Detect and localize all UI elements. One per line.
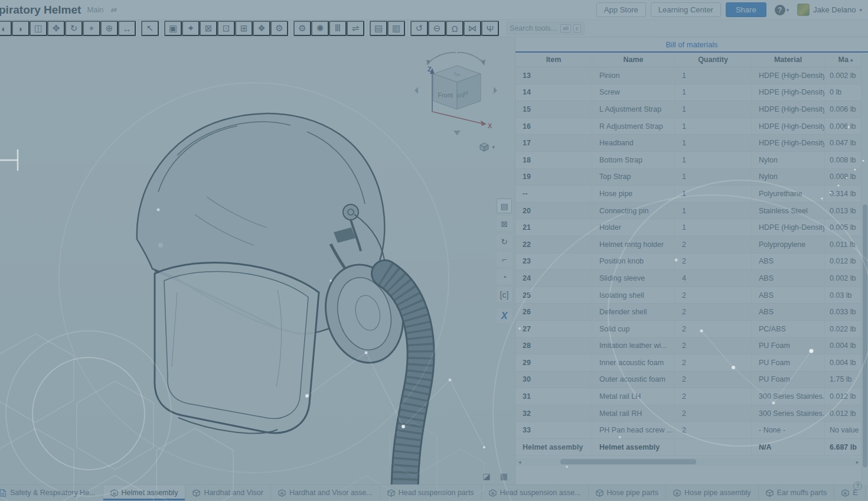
pattern-icon[interactable]: ⊠ (200, 21, 217, 36)
bom-table-row[interactable]: 18Bottom Strap1Nylon0.008 lb (515, 152, 862, 169)
replicate-icon[interactable]: ⊡ (217, 21, 235, 36)
bom-horizontal-scrollbar[interactable]: ◂ ▸ (515, 458, 862, 466)
appearance-sphere-icon[interactable]: ◔ (497, 269, 512, 284)
bom-table-icon[interactable]: ▤ (497, 199, 512, 213)
share-button[interactable]: Share (726, 2, 766, 17)
display-states-icon[interactable]: ▤ (370, 21, 387, 36)
plane-icon[interactable]: ⊖ (428, 21, 446, 36)
clipped-tool-icon[interactable]: ◖ (0, 21, 12, 36)
snap-mode-icon[interactable]: ⌖ (83, 21, 100, 36)
mate-connector-icon[interactable]: ↖ (141, 21, 159, 36)
scroll-left-icon[interactable]: ◂ (515, 459, 524, 465)
cube-front-label[interactable]: Front (438, 92, 453, 99)
help-icon[interactable]: ? (775, 5, 785, 15)
rack-relation-icon[interactable]: Ⅲ (329, 21, 347, 36)
bom-table-row[interactable]: 16R Adjustment Strap1HDPE (High-Density.… (515, 118, 862, 135)
wire-icon[interactable]: Ψ (481, 21, 499, 36)
tab-helmet-assembly[interactable]: Helmet assembly (103, 485, 186, 500)
named-positions-icon[interactable]: ↻ (497, 234, 512, 249)
exploded-view-icon[interactable]: ⊠ (497, 216, 512, 231)
part-dock-icon[interactable]: ⌐ (497, 252, 512, 266)
mate-icon[interactable]: ◫ (30, 21, 47, 36)
help-menu[interactable]: ? ▾ (775, 5, 789, 15)
user-menu[interactable]: Jake Delano ▾ (797, 4, 862, 16)
scrollbar-thumb[interactable] (863, 204, 867, 467)
bom-name-cell: L Adjustment Strap (592, 101, 675, 118)
bom-item-cell: 33 (515, 422, 592, 438)
bom-footer-row[interactable]: Helmet assemblyHelmet assemblyN/A6.687 l… (515, 439, 862, 456)
3d-viewport[interactable]: Z X Front Top Right ▾ ▤⊠↻⌐◔ (0, 37, 515, 484)
tab-hose-pipe-parts[interactable]: Hose pipe parts (589, 485, 667, 500)
move-part-icon[interactable]: ✥ (47, 21, 65, 36)
bom-table-row[interactable]: 20Connecting pin1Stainless Steel0.013 lb (515, 203, 862, 220)
named-views-icon[interactable]: ▥ (387, 21, 405, 36)
isolate-icon[interactable]: ▦ (500, 471, 508, 481)
link-icon[interactable] (110, 6, 118, 14)
bom-mass-cell: 0.012 lb (825, 388, 862, 405)
bom-table-row[interactable]: 15L Adjustment Strap1HDPE (High-Density.… (515, 101, 862, 118)
learning-center-button[interactable]: Learning Center (651, 2, 721, 17)
search-tools-input[interactable] (510, 24, 558, 32)
bom-panel-title[interactable]: Bill of materials (515, 37, 868, 53)
workspace-label[interactable]: Main (87, 5, 103, 14)
tab-safety-respiratory-he[interactable]: Safety & Respiratory He... (0, 485, 103, 500)
tab-head-suspension-asse[interactable]: Head suspension asse... (482, 485, 589, 500)
bom-column-header[interactable]: Name (592, 53, 675, 67)
bom-column-header[interactable]: Material (752, 53, 825, 67)
view-cube[interactable]: Z X Front Top Right (415, 48, 497, 136)
tab-head-suspension-parts[interactable]: Head suspension parts (380, 485, 482, 500)
bom-table-row[interactable]: 14Screw1HDPE (High-Density...0 lb (515, 84, 862, 102)
bom-table-row[interactable]: 33PH Pan head screw ...2- None -No value (515, 422, 862, 439)
fastened-mate-icon[interactable]: ⊕ (100, 21, 118, 36)
bom-table-row[interactable]: 23Position knob2ABS0.012 lb (515, 253, 862, 271)
scroll-right-icon[interactable]: ▸ (853, 459, 862, 465)
linear-pattern-icon[interactable]: ⊞ (235, 21, 253, 36)
screw-relation-icon[interactable]: ✺ (311, 21, 329, 36)
bom-name-cell: Headband (592, 135, 675, 151)
section-view-icon[interactable]: ◪ (483, 471, 491, 481)
circular-pattern-icon[interactable]: ❖ (253, 21, 270, 36)
bom-table-row[interactable]: 30Outer acoustic foam2PU Foam1.75 lb (515, 372, 862, 389)
belt-relation-icon[interactable]: ⇌ (347, 21, 364, 36)
view-options-menu[interactable]: ▾ (479, 142, 495, 152)
bom-column-header[interactable]: Ma▴ (825, 53, 862, 67)
revolute-mate-icon[interactable]: ↔ (118, 21, 136, 36)
app-store-button[interactable]: App Store (596, 2, 646, 17)
bom-column-header[interactable]: Item (515, 53, 592, 67)
tab-ear-muffs-parts[interactable]: Ear muffs parts (759, 485, 835, 500)
x-app-icon[interactable]: X (497, 308, 512, 323)
sketch-icon[interactable]: ↺ (410, 21, 428, 36)
group-icon[interactable]: ▣ (164, 21, 182, 36)
bom-table-row[interactable]: 27Solid cup2PC/ABS0.022 lb (515, 321, 862, 338)
bom-table-row[interactable]: --Hose pipe1Polyurethane0.314 lb (515, 186, 862, 203)
relation-icon[interactable]: ⚙ (270, 21, 288, 36)
scrollbar-thumb[interactable] (560, 459, 696, 464)
bom-table-row[interactable]: 26Defender shell2ABS0.033 lb (515, 304, 862, 321)
gear-relation-icon[interactable]: ⚙ (293, 21, 311, 36)
bom-table-row[interactable]: 13Pinion1HDPE (High-Density...0.002 lb (515, 67, 862, 84)
bom-table-row[interactable]: 21Holder1HDPE (High-Density...0.005 lb (515, 219, 862, 236)
rotate-part-icon[interactable]: ↻ (65, 21, 83, 36)
bom-table-row[interactable]: 32Metal rail RH2300 Series Stainles...0.… (515, 405, 862, 422)
bom-table-row[interactable]: 29Inner acoustic foam2PU Foam0.004 lb (515, 354, 862, 372)
bom-table-row[interactable]: 24Sliding sleeve4ABS0.002 lb (515, 270, 862, 287)
loft-icon[interactable]: ⋈ (464, 21, 481, 36)
bom-table-row[interactable]: 22Helmet mntg holder2Polypropylene0.011 … (515, 236, 862, 253)
tab-hose-pipe-assembly[interactable]: Hose pipe assembly (666, 485, 759, 500)
scrollbar-track[interactable] (524, 458, 853, 466)
fix-icon[interactable]: ✦ (182, 21, 200, 36)
bom-table-row[interactable]: 28Imitation leather wi...2PU Foam0.004 l… (515, 338, 862, 355)
tab-hardhat-and-visor-asse[interactable]: Hardhat and Visor asse... (271, 485, 380, 500)
configurations-icon[interactable]: [c] (497, 287, 512, 302)
bom-vertical-scrollbar[interactable] (861, 54, 868, 485)
bom-table-row[interactable]: 17Headband1HDPE (High-Density...0.047 lb (515, 135, 862, 152)
avatar[interactable] (797, 4, 810, 16)
bom-column-header[interactable]: Quantity (675, 53, 752, 67)
bom-table-row[interactable]: 25Isolating shell2ABS0.03 lb (515, 287, 862, 304)
bom-table-row[interactable]: 19Top Strap1Nylon0.008 lb (515, 169, 862, 186)
helix-icon[interactable]: Ω (446, 21, 464, 36)
tab-hardhat-and-visor[interactable]: Hardhat and Visor (185, 485, 271, 500)
insert-icon[interactable]: ◗ (12, 21, 30, 36)
bom-table-row[interactable]: 31Metal rail LH2300 Series Stainles...0.… (515, 388, 862, 405)
tab-e[interactable]: E (834, 485, 865, 500)
